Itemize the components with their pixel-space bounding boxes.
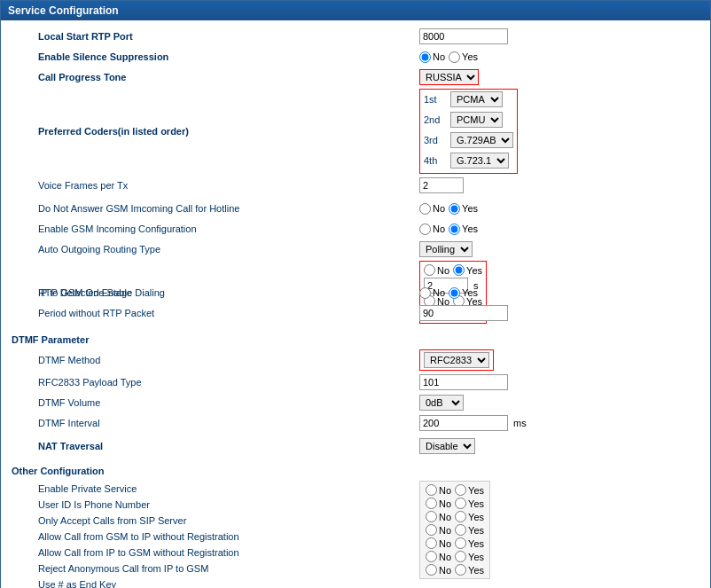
ip-gsm-radio: No Yes xyxy=(424,264,482,276)
ipgsm-yes-radio[interactable] xyxy=(453,264,465,276)
aig-yes-label[interactable]: Yes xyxy=(455,537,484,549)
aig-yes-text: Yes xyxy=(468,538,484,549)
agi-no-text: No xyxy=(439,525,451,536)
uh-no-text: No xyxy=(439,565,451,576)
dtmf-method-box: RFC2833 Inband xyxy=(419,349,494,371)
ep-no-radio[interactable] xyxy=(426,484,437,496)
do-not-answer-control: No Yes xyxy=(419,203,699,215)
oa-no-radio[interactable] xyxy=(426,511,437,522)
dtmf-section-label: DTMF Parameter xyxy=(12,334,419,345)
dtmf-method-label: DTMF Method xyxy=(12,355,419,365)
ra-yes-radio[interactable] xyxy=(455,551,466,562)
ra-no-label[interactable]: No xyxy=(426,551,451,562)
coder-3rd-rank: 3rd xyxy=(424,135,450,145)
uid-yes-radio[interactable] xyxy=(455,498,466,509)
dna-no-radio[interactable] xyxy=(419,203,431,215)
dtmf-volume-select[interactable]: 0dB -3dB xyxy=(419,395,464,411)
coder-1st-row: 1st PCMA PCMU xyxy=(424,91,513,107)
user-id-phone-label: User ID Is Phone Number xyxy=(12,497,419,513)
only-accept-label: Only Accept Calls from SIP Server xyxy=(12,513,419,529)
nat-traversal-label: NAT Traversal xyxy=(12,441,419,451)
egsm-yes-radio[interactable] xyxy=(449,223,460,235)
rtpd-no-label[interactable]: No xyxy=(419,287,445,299)
allow-gsm-ip-label: Allow Call from GSM to IP without Regist… xyxy=(12,529,419,545)
agi-no-radio[interactable] xyxy=(426,524,437,536)
silence-no-radio[interactable] xyxy=(419,51,431,63)
voice-frames-label: Voice Frames per Tx xyxy=(12,180,419,191)
uid-no-label[interactable]: No xyxy=(426,498,451,509)
uid-yes-label[interactable]: Yes xyxy=(455,498,484,509)
ra-yes-label[interactable]: Yes xyxy=(455,551,484,562)
allow-gsm-ip-radio: No Yes xyxy=(426,524,484,536)
enable-private-label: Enable Private Service xyxy=(12,481,419,497)
voice-frames-input[interactable] xyxy=(419,177,464,193)
preferred-coders-control: 1st PCMA PCMU 2nd PCMU PCMA xyxy=(419,89,699,174)
agi-no-label[interactable]: No xyxy=(426,524,451,536)
silence-label: Enable Silence Suppression xyxy=(12,51,419,62)
oa-yes-label[interactable]: Yes xyxy=(455,511,484,522)
call-progress-label: Call Progress Tone xyxy=(12,72,419,82)
dtmf-volume-label: DTMF Volume xyxy=(12,397,419,408)
use-hash-label: Use # as End Key xyxy=(12,576,419,588)
uh-no-radio[interactable] xyxy=(426,564,437,576)
egsm-yes-label[interactable]: Yes xyxy=(449,223,478,235)
rtpd-yes-label[interactable]: Yes xyxy=(449,287,478,299)
coder-2nd-select[interactable]: PCMU PCMA xyxy=(450,112,503,128)
egsm-no-label[interactable]: No xyxy=(419,223,445,235)
uh-yes-radio[interactable] xyxy=(455,564,466,576)
dtmf-interval-row: DTMF Interval ms xyxy=(12,414,699,432)
agi-yes-radio[interactable] xyxy=(455,524,466,536)
dna-yes-radio[interactable] xyxy=(449,203,460,215)
rfc2833-payload-row: RFC2833 Payload Type xyxy=(12,373,699,391)
ipgsm-yes-label[interactable]: Yes xyxy=(453,264,482,276)
ep-yes-label[interactable]: Yes xyxy=(455,484,484,496)
uid-no-radio[interactable] xyxy=(426,498,437,509)
ipgsm-no-radio[interactable] xyxy=(424,264,435,276)
ep-no-label[interactable]: No xyxy=(426,484,451,496)
enable-gsm-control: No Yes xyxy=(419,223,699,235)
period-rtp-input[interactable] xyxy=(419,305,508,321)
rtpd-yes-radio[interactable] xyxy=(449,287,460,299)
dtmf-method-row: DTMF Method RFC2833 Inband xyxy=(12,349,699,371)
other-config-radios-col: No Yes No Yes No Yes No xyxy=(419,481,699,588)
dtmf-method-select[interactable]: RFC2833 Inband xyxy=(424,352,489,368)
dna-no-label[interactable]: No xyxy=(419,203,445,215)
aig-no-label[interactable]: No xyxy=(426,537,451,549)
silence-no-text: No xyxy=(433,51,445,62)
rtp-port-input[interactable] xyxy=(419,28,508,44)
nat-traversal-select[interactable]: Disable Enable xyxy=(419,438,475,454)
allow-ip-gsm-radio: No Yes xyxy=(426,537,484,549)
aig-no-radio[interactable] xyxy=(426,537,437,549)
egsm-yes-text: Yes xyxy=(462,223,478,234)
nat-traversal-control: Disable Enable xyxy=(419,438,699,454)
coder-3rd-select[interactable]: G.729AB xyxy=(450,132,513,148)
auto-routing-select[interactable]: Polling Fixed xyxy=(419,241,473,257)
silence-no-label[interactable]: No xyxy=(419,51,445,63)
egsm-no-radio[interactable] xyxy=(419,223,431,235)
coder-4th-select[interactable]: G.723.1 xyxy=(450,153,509,169)
aig-yes-radio[interactable] xyxy=(455,537,466,549)
oa-no-label[interactable]: No xyxy=(426,511,451,522)
ep-yes-radio[interactable] xyxy=(455,484,466,496)
auto-routing-row: Auto Outgoing Routing Type Polling Fixed xyxy=(12,240,699,258)
oa-yes-radio[interactable] xyxy=(455,511,466,522)
ra-no-text: No xyxy=(439,552,451,562)
uh-yes-label[interactable]: Yes xyxy=(455,564,484,576)
ipgsm-no-label[interactable]: No xyxy=(424,264,449,276)
dtmf-method-control: RFC2833 Inband xyxy=(419,349,699,371)
dna-yes-label[interactable]: Yes xyxy=(449,203,478,215)
silence-yes-radio[interactable] xyxy=(449,51,460,63)
silence-yes-label[interactable]: Yes xyxy=(449,51,478,63)
uh-no-label[interactable]: No xyxy=(426,564,451,576)
agi-yes-label[interactable]: Yes xyxy=(455,524,484,536)
coder-1st-select[interactable]: PCMA PCMU xyxy=(450,91,503,107)
content-area: Local Start RTP Port Enable Silence Supp… xyxy=(1,20,710,588)
call-progress-select[interactable]: RUSSIA USA xyxy=(419,69,479,85)
dtmf-interval-input[interactable] xyxy=(419,415,508,431)
call-progress-row: Call Progress Tone RUSSIA USA xyxy=(12,68,699,86)
rtpd-no-radio[interactable] xyxy=(419,287,431,299)
ra-no-radio[interactable] xyxy=(426,551,437,562)
voice-frames-control xyxy=(419,177,699,193)
rfc2833-payload-input[interactable] xyxy=(419,374,508,390)
do-not-answer-radio: No Yes xyxy=(419,203,478,215)
